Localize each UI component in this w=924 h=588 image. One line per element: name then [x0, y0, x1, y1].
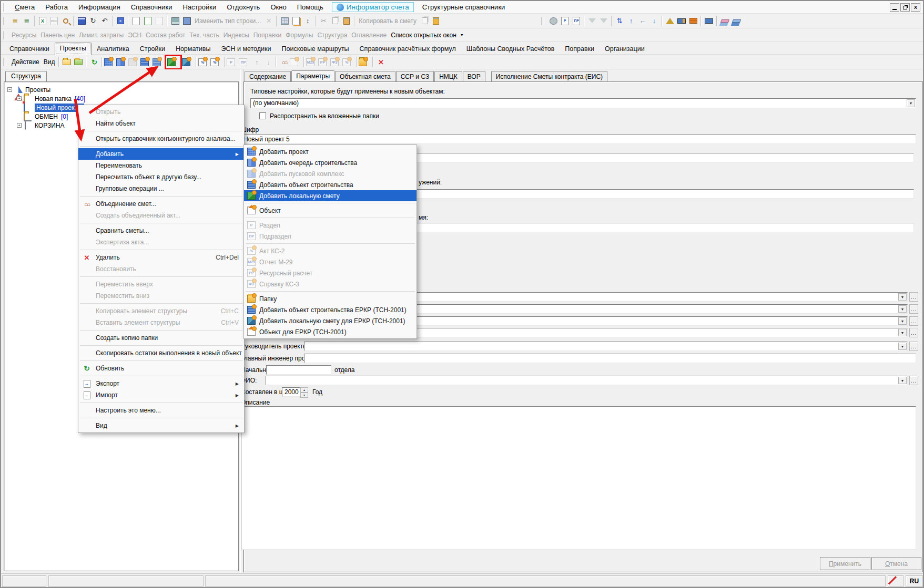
keyboard-layout-indicator[interactable]: RU: [906, 575, 923, 587]
add-act2-icon[interactable]: %: [210, 57, 222, 68]
search-icon[interactable]: [60, 15, 72, 26]
tab-organizacii[interactable]: Организации: [600, 43, 650, 55]
submenu-item-add-local-estimate[interactable]: Добавить локальную смету: [244, 190, 417, 201]
refresh-icon[interactable]: ↻: [87, 15, 99, 26]
tree-node-new-folder[interactable]: + Новая папка [40]: [17, 94, 85, 103]
tab-normativy[interactable]: Нормативы: [170, 43, 216, 55]
add-local-estimate-erkr-icon[interactable]: [182, 57, 194, 68]
indent-first-icon[interactable]: ⇅: [614, 15, 625, 26]
restore-button[interactable]: [900, 3, 910, 12]
menu-item-rename[interactable]: Переименовать: [78, 160, 244, 171]
close-button[interactable]: X: [911, 3, 920, 12]
chevron-down-icon[interactable]: ▼: [898, 377, 907, 384]
action-menu-button[interactable]: Действие: [9, 58, 42, 66]
print-icon[interactable]: [169, 15, 181, 26]
chevron-down-icon[interactable]: ▼: [898, 293, 907, 301]
tab-esn-metodiki[interactable]: ЭСН и методики: [216, 43, 276, 55]
layers-pink-icon[interactable]: [719, 15, 730, 26]
expand-icon[interactable]: +: [17, 96, 22, 101]
insert-row-icon[interactable]: [130, 15, 142, 26]
menu-item-delete[interactable]: ✕УдалитьCtrl+Del: [78, 252, 244, 263]
year-spinner[interactable]: ▲▼: [300, 387, 308, 397]
save-icon[interactable]: [76, 15, 87, 26]
tab-proekty[interactable]: Проекты: [55, 43, 92, 55]
add-podrazdel-icon[interactable]: ПР: [239, 57, 251, 68]
cipher-field[interactable]: Новый проект 5: [241, 135, 916, 144]
submenu-item-add-object-erkr[interactable]: Добавить объект строительства ЕРКР (ТСН-…: [244, 304, 417, 315]
menu-structural-references[interactable]: Структурные справочники: [417, 3, 511, 11]
tab-analitika[interactable]: Аналитика: [92, 43, 135, 55]
copy-icon[interactable]: [329, 15, 341, 26]
tree-node-obmen[interactable]: ОБМЕН [0]: [24, 112, 68, 121]
add-razdel-icon[interactable]: P: [227, 57, 239, 68]
menu-nastroyki[interactable]: Настройки: [177, 3, 221, 11]
excel-export-icon[interactable]: X: [37, 15, 48, 26]
menu-item-customize-menu[interactable]: Настроить это меню...: [78, 405, 244, 416]
filter-clear-icon[interactable]: [598, 15, 610, 26]
view-menu-button[interactable]: Вид: [42, 58, 57, 66]
truck-icon[interactable]: [703, 15, 715, 26]
globe-money-icon[interactable]: [547, 15, 559, 26]
structure-tree-icon[interactable]: ≣: [9, 15, 21, 26]
menu-smeta[interactable]: Смета: [9, 3, 40, 11]
spin-up-icon[interactable]: ▲: [300, 387, 308, 393]
copy-pages-icon[interactable]: [419, 15, 430, 26]
add-queue-icon[interactable]: [116, 57, 128, 68]
tree-node-korzina[interactable]: + КОРЗИНА: [17, 121, 64, 130]
tab-spravochnik-formul[interactable]: Справочник расчётных формул: [354, 43, 461, 55]
clear-row-type-icon[interactable]: ✕: [263, 15, 275, 26]
chevron-down-icon[interactable]: ▼: [898, 343, 907, 350]
menu-spravochniki[interactable]: Справочники: [126, 3, 178, 11]
add-report-icon[interactable]: %: [342, 57, 354, 68]
menu-pomosch[interactable]: Помощь: [292, 3, 329, 11]
add-launch-complex-icon[interactable]: [128, 57, 140, 68]
chevron-down-icon[interactable]: ▼: [898, 329, 907, 336]
resources-pr-icon[interactable]: ПР: [571, 15, 582, 26]
description-textarea[interactable]: [241, 406, 916, 550]
lock-icon[interactable]: x: [115, 15, 126, 26]
submenu-item-folder[interactable]: Папку: [244, 293, 417, 304]
fio-combobox[interactable]: ▼: [266, 376, 908, 385]
tab-ssr-sz[interactable]: ССР и СЗ: [396, 71, 434, 82]
add-resource-calc-icon[interactable]: РР: [318, 57, 330, 68]
move-updown-icon[interactable]: ↕: [302, 15, 313, 26]
add-m29-icon[interactable]: М29: [306, 57, 318, 68]
paste-icon[interactable]: [341, 15, 352, 26]
collapse-all-icon[interactable]: [73, 57, 84, 68]
propagate-checkbox[interactable]: [259, 112, 266, 119]
tab-obektnaya-smeta[interactable]: Объектная смета: [335, 71, 395, 82]
calculator-icon[interactable]: [279, 15, 290, 26]
expand-all-icon[interactable]: [61, 57, 73, 68]
tab-parametry[interactable]: Параметры: [291, 70, 334, 82]
submenu-item-add-queue[interactable]: Добавить очередь строительства: [244, 157, 417, 168]
chevron-down-icon[interactable]: ▼: [898, 305, 907, 313]
menu-item-add[interactable]: Добавить▶: [78, 148, 244, 160]
add-object-erkr-icon[interactable]: [153, 57, 165, 68]
tab-structura[interactable]: Структура: [5, 71, 47, 81]
informer-button[interactable]: Информатор счета: [332, 2, 414, 12]
apply-button[interactable]: Применить: [820, 557, 870, 570]
submenu-item-add-project[interactable]: Добавить проект: [244, 146, 417, 157]
menu-rabota[interactable]: Работа: [40, 3, 73, 11]
filter-icon[interactable]: [586, 15, 598, 26]
menu-item-open-konjunkturny[interactable]: Открыть справочник конъюнктурного анализ…: [78, 133, 244, 145]
menu-item-copy-remainders[interactable]: Скопировать остатки выполнения в новый о…: [78, 347, 244, 359]
tab-ispolnenie-eis[interactable]: Исполнение Сметы контракта (ЕИС): [491, 71, 607, 82]
drafting-icon[interactable]: [664, 15, 676, 26]
open-windows-list-button[interactable]: Список открытых окон: [389, 32, 459, 39]
bricks-icon[interactable]: [687, 15, 699, 26]
expand-icon[interactable]: +: [17, 123, 22, 128]
cut-icon[interactable]: ✂: [318, 15, 329, 26]
tab-spravochniki[interactable]: Справочники: [4, 43, 55, 55]
merged-act-icon[interactable]: [290, 57, 302, 68]
tab-soderzhanie[interactable]: Содержание: [245, 71, 291, 82]
chief-engineer-field[interactable]: [304, 354, 916, 363]
defaults-combobox[interactable]: (по умолчанию) ▼: [250, 98, 916, 108]
submenu-item-object[interactable]: Объект: [244, 205, 417, 216]
tree-node-projects[interactable]: − Проекты: [7, 85, 50, 94]
designer-more-button[interactable]: ...: [909, 316, 918, 326]
add-ks3-icon[interactable]: ФЗ: [330, 57, 342, 68]
add-construction-object-icon[interactable]: [140, 57, 153, 68]
menu-item-recalc-other-base[interactable]: Пересчитать объект в другую базу...: [78, 171, 244, 183]
indent-left-icon[interactable]: ←: [637, 15, 648, 26]
